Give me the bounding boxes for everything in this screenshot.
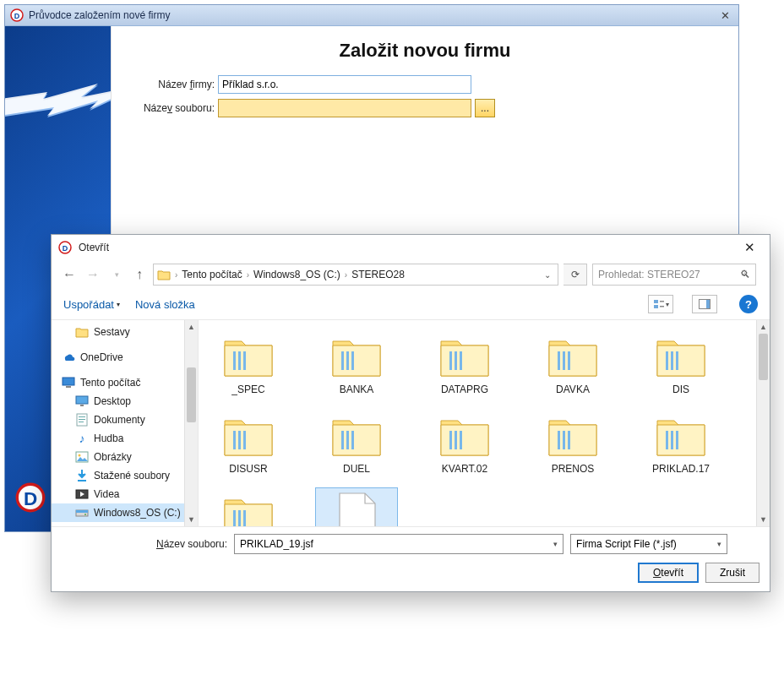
svg-rect-10 (660, 301, 664, 302)
folder-icon (546, 333, 600, 380)
dialog-titlebar: D Otevřít ✕ (52, 235, 770, 260)
file-name-label: DISUSR (229, 463, 267, 475)
file-item[interactable]: PRIKLAD.19 (315, 487, 398, 526)
dialog-bottom: Název souboru: PRIKLAD_19.jsf ▾ Firma Sc… (52, 527, 770, 591)
file-name-label: DAVKA (556, 384, 590, 395)
svg-rect-19 (79, 416, 85, 417)
nav-up-button[interactable]: ↑ (131, 266, 148, 283)
scroll-thumb[interactable] (187, 367, 196, 422)
folder-icon (221, 333, 275, 380)
folder-icon (329, 333, 384, 380)
docs-icon (75, 413, 89, 427)
tree-item-label: Stažené soubory (94, 470, 170, 481)
breadcrumb-item[interactable]: Windows8_OS (C:) (252, 269, 342, 280)
folder-item[interactable]: DISUSR (207, 408, 290, 479)
scroll-down-button[interactable]: ▼ (757, 513, 770, 526)
organize-button[interactable]: Uspořádat▾ (63, 298, 120, 311)
folder-icon (438, 333, 492, 380)
tree-item-label: Videa (94, 488, 119, 500)
svg-text:D: D (63, 244, 68, 253)
nav-history-dropdown[interactable]: ▾ (107, 265, 126, 284)
tree-item[interactable]: Videa (52, 485, 198, 503)
desktop-icon (75, 394, 89, 408)
file-name-label: BANKA (340, 384, 374, 395)
svg-rect-21 (79, 422, 84, 422)
svg-point-23 (79, 454, 81, 457)
chevron-down-icon[interactable]: ▾ (553, 540, 558, 548)
tree-item[interactable]: Tento počítač (52, 373, 198, 392)
view-mode-button[interactable]: ▾ (648, 295, 673, 313)
preview-pane-button[interactable] (692, 295, 717, 313)
scroll-up-button[interactable]: ▲ (757, 320, 770, 334)
file-name-label: Název souboru: (125, 102, 218, 114)
firm-name-input[interactable] (218, 75, 471, 94)
vertical-scrollbar[interactable]: ▲ ▼ (756, 320, 770, 526)
help-button[interactable]: ? (739, 295, 758, 313)
folder-icon (155, 269, 172, 280)
folder-item[interactable]: DAVKA (531, 329, 614, 400)
folder-item[interactable]: KVART.02 (423, 408, 506, 479)
folder-item[interactable]: _SPEC (207, 329, 290, 400)
file-open-dialog: D Otevřít ✕ ← → ▾ ↑ › Tento počítač › Wi… (51, 234, 770, 592)
folder-icon (546, 412, 600, 460)
tree-item[interactable]: Stažené soubory (52, 466, 198, 485)
dialog-title: Otevřít (79, 242, 109, 253)
app-icon: D (58, 241, 72, 254)
tree-item[interactable]: Desktop (52, 392, 198, 411)
folder-icon (75, 325, 89, 339)
filename-input[interactable]: PRIKLAD_19.jsf ▾ (234, 534, 564, 554)
tree-item[interactable]: Sestavy (52, 323, 198, 341)
tree-item[interactable]: ♪Hudba (52, 429, 198, 448)
open-button[interactable]: Otevřít (638, 563, 699, 583)
search-input[interactable]: Prohledat: STEREO27 🔍︎ (592, 264, 756, 286)
folder-item[interactable]: DUEL (315, 408, 398, 479)
refresh-button[interactable]: ⟳ (564, 264, 587, 286)
folder-icon (221, 412, 275, 460)
svg-rect-15 (66, 386, 71, 388)
breadcrumb-expand[interactable]: ⌄ (539, 270, 556, 280)
app-icon: D (10, 8, 24, 22)
scroll-up-button[interactable]: ▲ (185, 320, 198, 334)
tree-item-label: Desktop (94, 395, 131, 407)
pictures-icon (75, 450, 89, 464)
tree-item[interactable]: OneDrive (52, 348, 198, 367)
chevron-right-icon: › (244, 270, 252, 280)
tree-item[interactable]: Obrázky (52, 448, 198, 466)
folder-icon (329, 412, 384, 460)
wizard-heading: Založit novou firmu (125, 40, 725, 62)
svg-rect-24 (78, 480, 86, 481)
tree-item[interactable]: Windows8_OS (C:) (52, 503, 198, 522)
scroll-thumb[interactable] (759, 334, 768, 380)
scroll-down-button[interactable]: ▼ (185, 513, 198, 526)
file-name-label: KVART.02 (442, 463, 487, 475)
folder-item[interactable]: PRIKLAD.17 (640, 408, 722, 479)
tree-item[interactable]: Dokumenty (52, 411, 198, 429)
breadcrumb-item[interactable]: STEREO28 (350, 269, 406, 280)
chevron-down-icon[interactable]: ▾ (717, 540, 721, 548)
browse-button[interactable]: ... (475, 99, 495, 117)
svg-rect-11 (660, 306, 664, 307)
folder-item[interactable]: ZALOHA (207, 487, 290, 526)
folder-item[interactable]: BANKA (315, 329, 398, 400)
file-type-filter[interactable]: Firma Script File (*.jsf) ▾ (570, 534, 727, 554)
folder-item[interactable]: PRENOS (531, 408, 614, 479)
dialog-close-button[interactable]: ✕ (736, 237, 763, 258)
folder-item[interactable]: DATAPRG (423, 329, 506, 400)
nav-back-button[interactable]: ← (60, 265, 79, 284)
breadcrumb-item[interactable]: Tento počítač (180, 269, 243, 280)
nav-forward-button[interactable]: → (84, 265, 102, 284)
breadcrumb[interactable]: › Tento počítač › Windows8_OS (C:) › STE… (153, 264, 558, 286)
svg-rect-13 (706, 300, 710, 308)
folder-item[interactable]: DIS (640, 329, 722, 400)
chevron-right-icon: › (342, 270, 350, 280)
folder-icon (654, 333, 708, 380)
search-icon[interactable]: 🔍︎ (740, 269, 750, 280)
cancel-button[interactable]: Zrušit (705, 563, 760, 583)
svg-marker-3 (5, 84, 111, 117)
videos-icon (75, 487, 89, 501)
vertical-scrollbar[interactable]: ▲▼ (184, 320, 198, 526)
svg-rect-16 (76, 396, 88, 404)
wizard-close-button[interactable]: ✕ (716, 8, 733, 23)
file-name-input[interactable] (218, 99, 471, 117)
new-folder-button[interactable]: Nová složka (135, 298, 195, 311)
